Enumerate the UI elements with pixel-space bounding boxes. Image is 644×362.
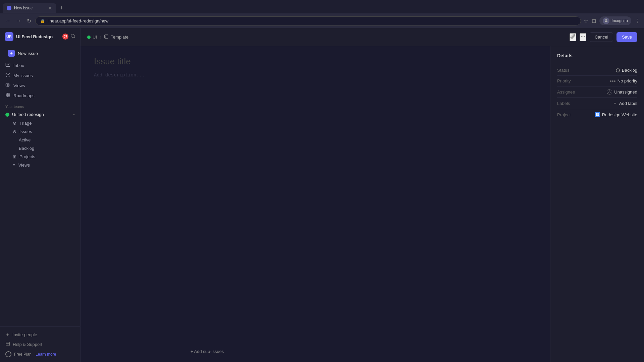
- invite-plus-icon: ＋: [5, 331, 10, 338]
- add-sub-issues-button[interactable]: + Add sub-issues: [188, 348, 226, 355]
- search-button[interactable]: [70, 34, 75, 40]
- breadcrumb-separator: ›: [100, 34, 101, 40]
- new-tab-button[interactable]: +: [58, 5, 65, 12]
- project-value-text: Redesign Website: [602, 112, 637, 117]
- active-tab[interactable]: New issue ✕: [3, 3, 56, 13]
- svg-rect-6: [8, 96, 10, 97]
- team-header[interactable]: Ui feed redesign ▾: [3, 110, 77, 119]
- sidebar-item-my-issues[interactable]: My issues: [3, 70, 77, 80]
- add-label-icon: ＋: [613, 100, 617, 106]
- active-label: Active: [19, 137, 31, 142]
- help-support-button[interactable]: Help & Support: [3, 340, 77, 349]
- status-label: Status: [557, 68, 570, 73]
- views-icon: [5, 82, 10, 88]
- status-value[interactable]: Backlog: [616, 68, 637, 73]
- assignee-value[interactable]: Unassigned: [607, 89, 637, 95]
- svg-rect-7: [6, 96, 7, 97]
- tab-favicon: [7, 6, 11, 10]
- lock-icon: 🔒: [40, 19, 45, 23]
- breadcrumb-template-label: Template: [111, 35, 128, 40]
- breadcrumb-team[interactable]: UI: [87, 35, 97, 40]
- sidebar-item-issues[interactable]: ⊙ Issues: [3, 127, 77, 136]
- forward-button[interactable]: →: [15, 16, 23, 25]
- split-screen-icon[interactable]: ⊡: [592, 18, 596, 24]
- priority-icon: [610, 80, 615, 82]
- sidebar-footer: ＋ Invite people Help & Support ○ Free Pl…: [0, 326, 80, 362]
- free-plan-bar: ○ Free Plan Learn more: [3, 349, 77, 359]
- learn-more-link[interactable]: Learn more: [36, 352, 56, 357]
- sidebar-header-icons: 07: [62, 34, 75, 40]
- breadcrumb-template[interactable]: Template: [104, 34, 128, 40]
- new-issue-button[interactable]: New issue: [5, 48, 75, 59]
- sidebar-item-roadmaps[interactable]: Roadmaps: [3, 90, 77, 101]
- project-value[interactable]: Redesign Website: [595, 112, 637, 117]
- triage-label: Triage: [19, 121, 32, 126]
- inbox-icon: [5, 62, 10, 68]
- incognito-avatar: [603, 17, 609, 24]
- new-issue-label: New issue: [18, 51, 38, 56]
- svg-point-1: [6, 73, 10, 77]
- workspace-avatar: UR: [5, 32, 13, 41]
- inbox-label: Inbox: [13, 63, 24, 68]
- sidebar-item-views[interactable]: Views: [3, 80, 77, 90]
- assignee-row: Assignee Unassigned: [557, 86, 637, 98]
- back-button[interactable]: ←: [4, 16, 12, 25]
- issues-icon: ⊙: [13, 129, 16, 134]
- invite-label: Invite people: [12, 332, 37, 337]
- svg-point-2: [7, 74, 9, 75]
- invite-people-button[interactable]: ＋ Invite people: [3, 329, 77, 340]
- team-status-dot: [87, 36, 91, 39]
- projects-label: Projects: [19, 154, 35, 159]
- more-options-button[interactable]: [580, 33, 586, 41]
- refresh-button[interactable]: ↻: [25, 16, 33, 25]
- projects-icon: ⊞: [13, 154, 16, 159]
- url-text: linear.app/ui-feed-redesign/new: [48, 18, 108, 23]
- issue-title-input[interactable]: [94, 56, 537, 67]
- help-label: Help & Support: [13, 342, 42, 347]
- tab-title: New issue: [14, 6, 46, 10]
- status-value-text: Backlog: [622, 68, 637, 73]
- team-views-label: Views: [18, 163, 30, 168]
- bookmark-icon[interactable]: ☆: [584, 18, 588, 24]
- svg-point-0: [71, 34, 74, 38]
- attach-button[interactable]: [570, 33, 576, 41]
- browser-toolbar: ← → ↻ 🔒 linear.app/ui-feed-redesign/new …: [0, 13, 644, 28]
- priority-value[interactable]: No priority: [610, 78, 637, 83]
- sidebar-item-team-views[interactable]: ≡ Views: [3, 161, 77, 169]
- labels-label: Labels: [557, 101, 570, 106]
- sidebar-item-triage[interactable]: ⊙ Triage: [3, 119, 77, 127]
- notification-badge[interactable]: 07: [62, 34, 68, 40]
- menu-icon[interactable]: ⋮: [635, 18, 640, 24]
- cancel-button[interactable]: Cancel: [590, 32, 613, 42]
- issues-label: Issues: [19, 129, 32, 134]
- incognito-label: Incognito: [611, 18, 628, 23]
- incognito-badge[interactable]: Incognito: [599, 16, 631, 25]
- breadcrumb-team-label: UI: [93, 35, 97, 40]
- views-label: Views: [13, 83, 25, 88]
- editor-area: [80, 46, 550, 184]
- issue-description-input[interactable]: [94, 72, 537, 173]
- editor-and-details: + Add sub-issues Details Status Backlog …: [80, 46, 644, 362]
- sidebar-item-inbox[interactable]: Inbox: [3, 60, 77, 70]
- tab-close-button[interactable]: ✕: [48, 5, 52, 11]
- sidebar-item-projects[interactable]: ⊞ Projects: [3, 153, 77, 161]
- browser-toolbar-icons: ☆ ⊡ Incognito ⋮: [584, 16, 640, 25]
- new-issue-icon: [8, 50, 15, 57]
- browser-tabs: New issue ✕ +: [0, 0, 644, 13]
- editor-section: + Add sub-issues: [80, 46, 550, 362]
- breadcrumb: UI › Template: [87, 34, 128, 40]
- save-button[interactable]: Save: [616, 32, 637, 42]
- priority-label: Priority: [557, 78, 571, 83]
- status-row: Status Backlog: [557, 65, 637, 76]
- assignee-icon: [607, 89, 612, 95]
- address-bar[interactable]: 🔒 linear.app/ui-feed-redesign/new: [35, 16, 581, 25]
- free-plan-icon: ○: [5, 351, 11, 357]
- svg-point-10: [583, 36, 583, 37]
- sidebar-item-backlog[interactable]: Backlog: [3, 144, 77, 153]
- sidebar-item-active[interactable]: Active: [3, 136, 77, 144]
- workspace-selector[interactable]: UR UI Feed Redesign: [5, 32, 53, 41]
- backlog-label: Backlog: [19, 146, 34, 151]
- team-views-icon: ≡: [13, 163, 15, 168]
- labels-value[interactable]: ＋ Add label: [613, 100, 637, 106]
- svg-point-11: [584, 36, 585, 37]
